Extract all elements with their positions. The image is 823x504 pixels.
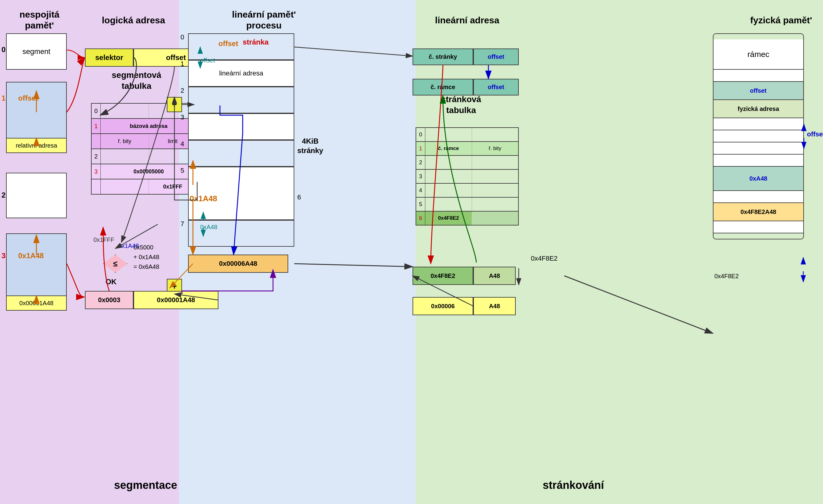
la-offset-label: offset [488,53,504,60]
svg-line-15 [294,47,413,56]
row-0-c1 [101,104,149,118]
row-3b-c1 [101,180,149,194]
pt-r1-ramce: č. rámce [425,142,472,155]
ramec-label: rámec [748,50,769,59]
pt-idx-0: 0 [416,128,425,141]
cn-ramce-top-box: č. rámce [413,79,473,95]
pr2-val-box: A48 [473,297,516,315]
phys-result-label: 0x4F8E2A48 [740,209,776,216]
phys-offset-label: offset [713,82,803,99]
selektor-box: selektor [85,48,134,67]
pt-r6-c2 [472,212,518,225]
la-offset-box: offset [473,48,519,65]
lm-num-4: 4 [180,140,184,148]
lm-1A48: 0x1A48 [190,194,217,203]
pt-idx-2: 2 [416,156,425,169]
title-center-right: lineární adresa [419,15,516,25]
pr1-val: A48 [489,272,500,279]
page-table: 0 1 č. rámce ř. bity 2 3 4 [416,127,519,226]
seg-index-1: 1 [2,94,5,102]
page-result-label: 0x4F8E2 [531,255,557,262]
plus-sign-box: + [167,97,182,112]
phys-4F8E2-label: 0x4F8E2 [714,273,739,280]
compare-ok: OK [106,278,117,286]
phys-r5 [713,155,804,167]
compare-diamond: ≤ [103,255,127,273]
phys-result-box: 0x4F8E2A48 [713,203,804,221]
addr-0x00001A48-box: 0x00001A48 [6,295,67,311]
selector-value: 0x0003 [98,296,120,304]
lm-row-5 [188,167,294,220]
phys-addr-label: fyzická adresa [738,105,779,112]
pr1-addr-box: 0x4F8E2 [413,267,473,285]
phys-r1 [713,70,804,82]
pr2-addr: 0x00006 [431,303,455,310]
page-table-title: stránkovátabulka [419,94,504,116]
calc-block: 0x5000 + 0x1A48 = 0x6A48 [134,242,159,272]
lm-num-0: 0 [180,33,184,41]
page-result-row2: 0x00006 A48 [413,297,516,315]
phys-r4 [713,143,804,155]
lm-num-3: 3 [180,113,184,121]
segment-0-label: segment [22,47,50,56]
pt-r6-val: 0x4F8E2 [425,212,472,225]
phys-r3 [713,130,804,143]
row-2-c1 [101,149,149,164]
lm-row-0 [188,33,294,60]
pt-idx-4: 4 [416,184,425,197]
row-1b-rbity: ř. bity [101,134,149,149]
pt-r3-c1 [425,170,472,183]
phys-r2 [713,118,804,130]
addr-0x00001A48-label: 0x00001A48 [19,300,53,307]
svg-line-29 [294,264,413,267]
offset-value-box: 0x00001A48 [134,291,218,309]
pr2-addr-box: 0x00006 [413,297,473,315]
pr2-val: A48 [489,303,500,310]
row-1b-idx [92,134,101,149]
segment-1-box [6,82,67,143]
phys-0xA48-label: 0xA48 [750,175,768,182]
pt-r3-c2 [472,170,518,183]
segment-3-box [6,233,67,303]
la-offset2-label: offset [488,84,504,90]
phys-offset-right: offset [807,130,823,138]
phys-top [713,33,804,39]
lm-offset-small: offset [200,57,215,64]
selector-value-box: 0x0003 [85,291,134,309]
pr1-addr: 0x4F8E2 [431,272,455,279]
segment-0-box: segment [6,33,67,70]
lm-num-1: 1 [180,60,184,68]
title-center: lineární pamět'procesu [206,9,322,31]
cn-ramce-top-label: č. rámce [431,84,455,90]
label-strankování: stránkování [516,479,631,492]
rel-addr-box: relativní adresa [6,138,67,153]
pt-idx-1: 1 [416,142,425,155]
rel-addr-label: relativní adresa [16,142,57,149]
selektor-label: selektor [95,53,123,62]
addr-6A48-box: 0x00006A48 [188,255,288,273]
lm-row-2 [188,87,294,113]
row-3-idx: 3 [92,164,101,179]
lm-stranka: stránka [243,38,269,46]
pt-r0-c1 [425,128,472,141]
lm-linear-addr-label: lineární adresa [219,69,263,77]
pt-r2-c1 [425,156,472,169]
phys-bottom [713,233,804,239]
page-result-row1: 0x4F8E2 A48 [413,267,516,285]
cn-stranky-box: č. stránky [413,48,473,65]
pt-r4-c1 [425,184,472,197]
pt-idx-5: 5 [416,198,425,211]
seg-table-title: segmentovátabulka [94,70,179,92]
lm-0xA48-label: 0xA48 [200,224,217,231]
compare-limit: 0x1FFF [94,236,114,243]
svg-line-18 [564,276,713,333]
pt-r5-c2 [472,198,518,211]
lm-row-4 [188,140,294,167]
lm-num-5: 5 [180,167,184,175]
pt-r4-c2 [472,184,518,197]
lm-row-1: lineární adresa [188,60,294,87]
row-2-idx: 2 [92,149,101,164]
la-offset2-box: offset [473,79,519,95]
addr-6A48-label: 0x00006A48 [219,260,257,268]
lm-num-7: 7 [180,220,184,228]
